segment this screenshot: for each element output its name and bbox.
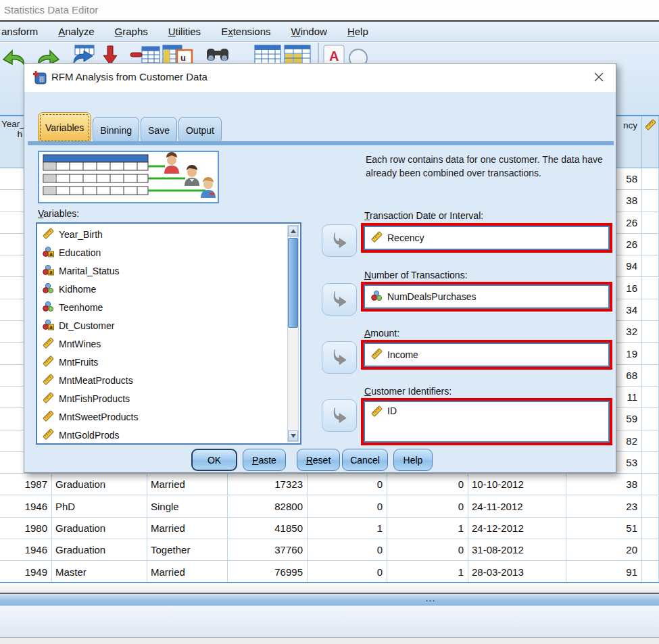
cell-recency[interactable]: 38 [566, 474, 642, 495]
cell-recency[interactable]: 51 [566, 518, 642, 539]
variable-item-kidhome[interactable]: Kidhome [37, 280, 287, 298]
cell-marital_status[interactable]: Married [147, 518, 228, 539]
cell-extra[interactable] [642, 212, 659, 234]
tab-binning[interactable]: Binning [93, 117, 139, 143]
cell-year[interactable]: 1980 [0, 518, 52, 539]
dialog-titlebar[interactable]: RFM Analysis from Customer Data [24, 64, 616, 92]
column-header-new-variable[interactable] [642, 116, 659, 168]
cell-extra[interactable] [642, 168, 659, 190]
cell-education[interactable]: Graduation [52, 474, 147, 495]
close-icon[interactable] [591, 70, 606, 85]
cell-extra[interactable] [642, 518, 659, 539]
variable-item-education[interactable]: aEducation [37, 243, 287, 262]
number-of-transactions-field[interactable]: NumDealsPurchases [364, 284, 610, 309]
cell-year[interactable]: 1946 [0, 539, 52, 561]
cell-teenhome[interactable]: 0 [387, 496, 468, 518]
cell-year[interactable]: 1949 [0, 561, 52, 583]
cell-recency[interactable]: 23 [566, 496, 642, 518]
transfer-transactions-button[interactable] [322, 283, 357, 316]
cell-year[interactable]: 1987 [0, 474, 52, 495]
cell-year[interactable]: 1946 [0, 496, 52, 518]
cell-extra[interactable] [642, 561, 659, 583]
cell-dt_customer[interactable]: 31-08-2012 [468, 539, 566, 561]
menu-item-analyze[interactable]: Analyze [58, 26, 94, 37]
cell-extra[interactable] [642, 430, 659, 452]
cell-extra[interactable] [642, 234, 659, 255]
variable-item-year_birth[interactable]: Year_Birth [37, 225, 287, 243]
cell-extra[interactable] [642, 365, 659, 387]
menu-item-help[interactable]: Help [347, 26, 368, 37]
pane-splitter[interactable]: ... [0, 594, 659, 605]
variable-item-mntwines[interactable]: MntWines [37, 335, 287, 353]
transaction-date-field[interactable]: Recency [364, 226, 610, 250]
cell-income[interactable]: 76995 [228, 561, 308, 583]
cell-teenhome[interactable]: 0 [387, 539, 468, 561]
cell-kidhome[interactable]: 0 [308, 561, 387, 583]
transfer-recency-button[interactable] [322, 224, 357, 257]
variable-item-mntsweetproducts[interactable]: MntSweetProducts [37, 407, 287, 426]
cell-extra[interactable] [642, 278, 659, 299]
variables-scrollbar[interactable] [287, 225, 299, 442]
cell-education[interactable]: Graduation [52, 518, 147, 539]
cell-income[interactable]: 82800 [228, 496, 308, 518]
cell-education[interactable]: Graduation [52, 539, 147, 561]
variable-item-marital_status[interactable]: aMarital_Status [37, 262, 287, 280]
cell-marital_status[interactable]: Together [147, 539, 228, 561]
transfer-amount-button[interactable] [322, 341, 357, 374]
variable-item-mntfruits[interactable]: MntFruits [37, 353, 287, 371]
cell-income[interactable]: 41850 [228, 518, 308, 539]
cell-marital_status[interactable]: Married [147, 561, 228, 583]
tab-save[interactable]: Save [141, 117, 177, 143]
cell-extra[interactable] [642, 321, 659, 343]
cell-teenhome[interactable]: 1 [387, 518, 468, 539]
cell-recency[interactable]: 20 [566, 539, 642, 561]
cell-extra[interactable] [642, 343, 659, 364]
variable-item-mntmeatproducts[interactable]: MntMeatProducts [37, 371, 287, 389]
cell-education[interactable]: PhD [52, 496, 147, 518]
cell-extra[interactable] [642, 452, 659, 474]
cell-dt_customer[interactable]: 24-12-2012 [468, 518, 566, 539]
cell-kidhome[interactable]: 1 [308, 518, 387, 539]
cell-extra[interactable] [642, 255, 659, 277]
scrollbar-thumb[interactable] [288, 238, 298, 328]
scroll-up-icon[interactable] [288, 226, 298, 237]
cell-extra[interactable] [642, 408, 659, 430]
cell-dt_customer[interactable]: 10-10-2012 [468, 474, 566, 495]
amount-field[interactable]: Income [364, 343, 610, 367]
cell-extra[interactable] [642, 539, 659, 561]
transfer-id-button[interactable] [322, 399, 357, 432]
help-button[interactable]: Help [393, 449, 433, 471]
cell-teenhome[interactable]: 1 [387, 561, 468, 583]
cell-marital_status[interactable]: Single [147, 496, 228, 518]
cell-income[interactable]: 17323 [228, 474, 308, 495]
menu-item-utilities[interactable]: Utilities [168, 26, 201, 37]
menu-item-extensions[interactable]: Extensions [221, 26, 270, 37]
tab-output[interactable]: Output [178, 117, 222, 143]
cell-extra[interactable] [642, 299, 659, 321]
paste-button[interactable]: Paste [243, 449, 286, 471]
customer-identifiers-field[interactable]: ID [364, 401, 610, 443]
menu-item-window[interactable]: Window [291, 26, 327, 37]
splitter-handle-dots[interactable]: ... [426, 595, 436, 603]
tab-variables[interactable]: Variables [38, 112, 91, 143]
cell-extra[interactable] [642, 496, 659, 518]
variable-item-mntgoldprods[interactable]: MntGoldProds [37, 426, 287, 444]
cell-extra[interactable] [642, 474, 659, 495]
variable-item-dt_customer[interactable]: aDt_Customer [37, 316, 287, 335]
cell-kidhome[interactable]: 0 [308, 539, 387, 561]
cancel-button[interactable]: Cancel [342, 449, 388, 471]
scroll-down-icon[interactable] [288, 430, 298, 441]
cell-extra[interactable] [642, 190, 659, 212]
cell-extra[interactable] [642, 387, 659, 408]
cell-education[interactable]: Master [52, 561, 147, 583]
ok-button[interactable]: OK [191, 449, 237, 471]
cell-kidhome[interactable]: 0 [308, 474, 387, 495]
reset-button[interactable]: Reset [297, 449, 340, 471]
cell-dt_customer[interactable]: 24-11-2012 [468, 496, 566, 518]
variable-item-mntfishproducts[interactable]: MntFishProducts [37, 389, 287, 407]
cell-income[interactable]: 37760 [228, 539, 308, 561]
cell-teenhome[interactable]: 0 [387, 474, 468, 495]
cell-marital_status[interactable]: Married [147, 474, 228, 495]
menu-item-ansform[interactable]: ansform [1, 26, 38, 37]
cell-kidhome[interactable]: 0 [308, 496, 387, 518]
